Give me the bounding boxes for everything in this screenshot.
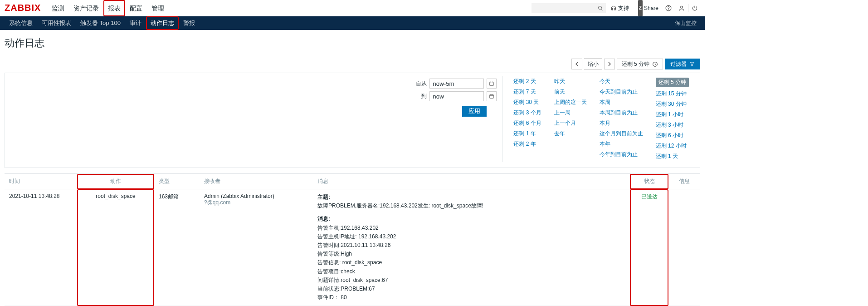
filter-button[interactable]: 过滤器 bbox=[665, 59, 700, 69]
msg-line: 告警项目:check bbox=[317, 267, 625, 276]
msg-body-label: 消息: bbox=[317, 216, 330, 222]
filter-left bbox=[5, 76, 409, 162]
preset-link[interactable]: 本年 bbox=[600, 140, 643, 148]
subnav-system-info[interactable]: 系统信息 bbox=[5, 16, 37, 30]
th-message[interactable]: 消息 bbox=[313, 174, 630, 189]
cell-time: 2021-10-11 13:48:28 bbox=[5, 189, 77, 306]
preset-link[interactable]: 前天 bbox=[554, 88, 587, 96]
preset-link[interactable]: 还剩 2 天 bbox=[513, 78, 541, 85]
search-input[interactable] bbox=[532, 3, 595, 13]
preset-link[interactable]: 还剩 15 分钟 bbox=[656, 90, 689, 98]
th-info[interactable]: 信息 bbox=[668, 174, 700, 189]
zoom-out-button[interactable]: 缩小 bbox=[584, 58, 602, 70]
msg-line: 告警主机IP地址: 192.168.43.202 bbox=[317, 232, 625, 241]
preset-link[interactable]: 今年到目前为止 bbox=[600, 151, 643, 158]
nav-reports[interactable]: 报表 bbox=[103, 0, 125, 16]
th-time[interactable]: 时间 bbox=[5, 174, 77, 189]
chevron-left-icon bbox=[575, 62, 579, 66]
preset-link[interactable]: 本周 bbox=[600, 99, 643, 106]
svg-point-4 bbox=[681, 6, 683, 8]
time-prev-button[interactable] bbox=[571, 59, 582, 69]
cell-status: 已送达 bbox=[630, 189, 668, 306]
calendar-icon bbox=[489, 81, 494, 86]
msg-line: 告警信息: root_disk_space bbox=[317, 258, 625, 267]
preset-link[interactable]: 上一周 bbox=[554, 109, 587, 117]
filter-bar: 缩小 还剩 5 分钟 过滤器 bbox=[0, 58, 705, 73]
th-recipient[interactable]: 接收者 bbox=[200, 174, 313, 189]
preset-link[interactable]: 这个月到目前为止 bbox=[600, 130, 643, 138]
cell-info bbox=[668, 189, 700, 306]
divider bbox=[688, 4, 688, 12]
subnav-triggers-top[interactable]: 触发器 Top 100 bbox=[76, 16, 125, 30]
preset-link[interactable]: 还剩 3 个月 bbox=[513, 109, 541, 117]
preset-link[interactable]: 本周到目前为止 bbox=[600, 109, 643, 117]
preset-link[interactable]: 昨天 bbox=[554, 78, 587, 85]
preset-col-1: 还剩 2 天 还剩 7 天 还剩 30 天 还剩 3 个月 还剩 6 个月 还剩… bbox=[507, 78, 547, 160]
preset-link[interactable]: 上一个月 bbox=[554, 119, 587, 127]
time-range-pill[interactable]: 还剩 5 分钟 bbox=[617, 59, 663, 69]
preset-link[interactable]: 还剩 1 天 bbox=[656, 153, 689, 160]
topbar-right: 支持 Z Share bbox=[532, 0, 700, 16]
preset-link[interactable]: 还剩 30 天 bbox=[513, 99, 541, 106]
subnav-notifications[interactable]: 警报 bbox=[179, 16, 200, 30]
nav-administration[interactable]: 管理 bbox=[147, 0, 169, 16]
from-label: 自从 bbox=[409, 80, 427, 88]
nav-inventory[interactable]: 资产记录 bbox=[69, 0, 103, 16]
action-log-table: 时间 动作 类型 接收者 消息 状态 信息 2021-10-11 13:48:2… bbox=[5, 173, 700, 306]
from-calendar[interactable] bbox=[487, 79, 497, 89]
z-icon: Z bbox=[638, 0, 643, 16]
to-calendar[interactable] bbox=[487, 91, 497, 101]
share-label: Share bbox=[644, 0, 658, 16]
preset-link[interactable]: 还剩 6 个月 bbox=[513, 119, 541, 127]
preset-link[interactable]: 还剩 12 小时 bbox=[656, 142, 689, 150]
filter-button-label: 过滤器 bbox=[670, 60, 687, 68]
preset-link[interactable]: 还剩 1 小时 bbox=[656, 111, 689, 118]
help-icon[interactable] bbox=[663, 0, 674, 16]
msg-line: 当前状态:PROBLEM:67 bbox=[317, 285, 625, 293]
chevron-right-icon bbox=[607, 62, 612, 66]
preset-link[interactable]: 今天 bbox=[600, 78, 643, 85]
status-delivered: 已送达 bbox=[641, 193, 658, 200]
tenant-label: 保山监控 bbox=[671, 20, 700, 27]
preset-link[interactable]: 还剩 3 小时 bbox=[656, 121, 689, 129]
time-range-label: 还剩 5 分钟 bbox=[622, 60, 649, 68]
preset-link[interactable]: 还剩 30 分钟 bbox=[656, 100, 689, 108]
to-input[interactable] bbox=[429, 91, 484, 101]
support-label: 支持 bbox=[618, 0, 629, 16]
preset-columns: 还剩 2 天 还剩 7 天 还剩 30 天 还剩 3 个月 还剩 6 个月 还剩… bbox=[502, 76, 700, 162]
th-action[interactable]: 动作 bbox=[77, 174, 154, 189]
cell-action: root_disk_space bbox=[77, 189, 154, 306]
preset-link[interactable]: 上周的这一天 bbox=[554, 99, 587, 106]
search-button[interactable] bbox=[595, 3, 606, 13]
power-icon[interactable] bbox=[689, 0, 700, 16]
th-status[interactable]: 状态 bbox=[630, 174, 668, 189]
apply-button[interactable]: 应用 bbox=[462, 106, 487, 117]
divider bbox=[675, 4, 675, 12]
nav-configuration[interactable]: 配置 bbox=[125, 0, 147, 16]
svg-point-3 bbox=[668, 10, 669, 10]
preset-link[interactable]: 还剩 2 年 bbox=[513, 140, 541, 148]
calendar-icon bbox=[489, 94, 494, 99]
subnav-audit[interactable]: 审计 bbox=[125, 16, 146, 30]
preset-link[interactable]: 还剩 1 年 bbox=[513, 130, 541, 138]
time-next-button[interactable] bbox=[604, 59, 615, 69]
preset-link[interactable]: 今天到目前为止 bbox=[600, 88, 643, 96]
msg-line: 事件ID： 80 bbox=[317, 293, 625, 302]
preset-link[interactable]: 还剩 6 小时 bbox=[656, 132, 689, 139]
support-link[interactable]: 支持 bbox=[606, 0, 634, 16]
subnav-availability[interactable]: 可用性报表 bbox=[37, 16, 76, 30]
nav-monitoring[interactable]: 监测 bbox=[47, 0, 69, 16]
user-icon[interactable] bbox=[676, 0, 687, 16]
preset-link[interactable]: 还剩 7 天 bbox=[513, 88, 541, 96]
th-type[interactable]: 类型 bbox=[154, 174, 200, 189]
from-input[interactable] bbox=[429, 79, 484, 89]
preset-link[interactable]: 去年 bbox=[554, 130, 587, 138]
preset-link[interactable]: 本月 bbox=[600, 119, 643, 127]
msg-line: 告警等级:High bbox=[317, 250, 625, 258]
preset-link-active[interactable]: 还剩 5 分钟 bbox=[656, 78, 689, 87]
subnav-action-log[interactable]: 动作日志 bbox=[146, 16, 179, 30]
svg-rect-7 bbox=[490, 95, 494, 99]
search-icon bbox=[598, 5, 603, 11]
clock-icon bbox=[652, 61, 658, 67]
share-link[interactable]: Z Share bbox=[634, 0, 663, 16]
